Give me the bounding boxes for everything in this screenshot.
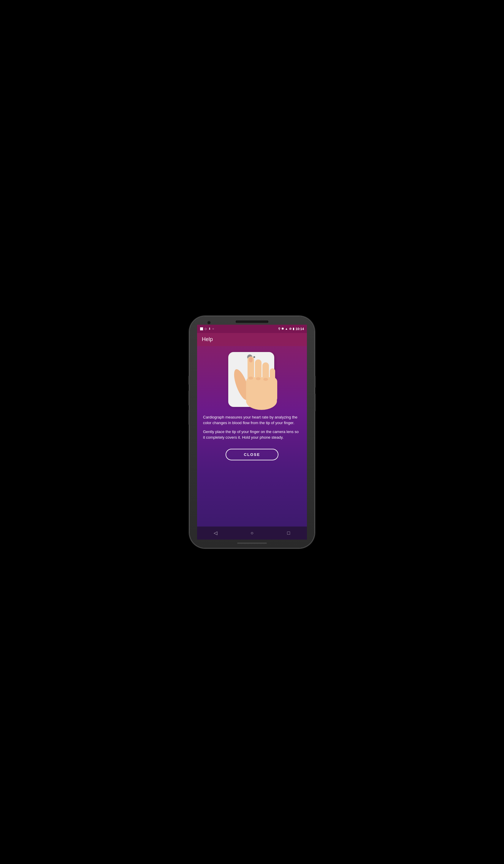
status-right-icons: ⚲ ✱ ▲ ⊘ ▮ 10:14 — [278, 327, 304, 331]
power-button — [314, 376, 315, 388]
svg-rect-10 — [249, 357, 253, 362]
nav-bar: ◁ ○ □ — [197, 527, 307, 540]
battery-icon: ▮ — [293, 327, 295, 331]
wifi-icon: ▲ — [285, 327, 288, 331]
phone-bottom — [190, 540, 314, 548]
app-bar: Help — [197, 333, 307, 346]
back-button[interactable]: ◁ — [209, 527, 221, 539]
notification-icon-1 — [200, 327, 203, 331]
content-area: Cardiograph measures your heart rate by … — [197, 346, 307, 527]
time-display: 10:14 — [296, 327, 304, 331]
notification-icon-4: ○ — [212, 327, 214, 331]
volume-down-button — [189, 410, 190, 425]
phone-screen: ◇ ⬇ ○ ⚲ ✱ ▲ ⊘ ▮ 10:14 Help — [197, 325, 307, 540]
phone-device-frame: ◇ ⬇ ○ ⚲ ✱ ▲ ⊘ ▮ 10:14 Help — [190, 316, 314, 548]
signal-icon: ⊘ — [289, 327, 291, 331]
front-camera — [207, 321, 211, 324]
home-button[interactable]: ○ — [246, 527, 258, 539]
phone-top-area — [190, 316, 314, 325]
svg-point-8 — [256, 377, 261, 380]
volume-up-button — [189, 391, 190, 406]
illustration-container — [219, 352, 285, 408]
notification-icon-3: ⬇ — [208, 327, 211, 331]
earpiece-speaker — [236, 321, 268, 323]
location-icon: ⚲ — [278, 327, 280, 331]
status-bar: ◇ ⬇ ○ ⚲ ✱ ▲ ⊘ ▮ 10:14 — [197, 325, 307, 333]
mute-button — [189, 376, 190, 385]
description-paragraph-2: Gently place the tip of your finger on t… — [203, 429, 301, 441]
hand-illustration — [219, 355, 279, 410]
bluetooth-icon: ✱ — [281, 327, 284, 331]
description-text: Cardiograph measures your heart rate by … — [203, 414, 301, 443]
volume-button-right — [314, 394, 315, 411]
close-button[interactable]: CLOSE — [226, 449, 279, 460]
recents-button[interactable]: □ — [283, 527, 295, 539]
description-paragraph-1: Cardiograph measures your heart rate by … — [203, 414, 301, 426]
status-left-icons: ◇ ⬇ ○ — [200, 327, 214, 331]
home-indicator-bar — [237, 542, 267, 544]
notification-icon-2: ◇ — [204, 327, 207, 331]
svg-point-6 — [246, 392, 277, 410]
svg-point-7 — [249, 377, 253, 380]
svg-point-9 — [263, 378, 268, 381]
app-title: Help — [202, 336, 213, 343]
